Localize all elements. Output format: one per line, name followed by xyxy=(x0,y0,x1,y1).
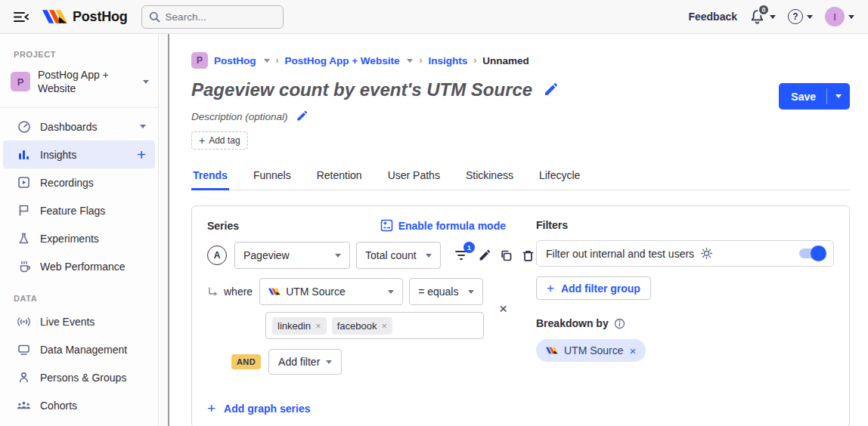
sidebar-item-recordings[interactable]: Recordings xyxy=(3,168,155,196)
and-operator-badge: AND xyxy=(231,354,261,369)
chevron-down-icon xyxy=(326,360,332,364)
event-select[interactable]: Pageview xyxy=(234,242,350,269)
tab-funnels[interactable]: Funnels xyxy=(252,166,293,190)
test-users-toggle[interactable] xyxy=(799,248,824,258)
posthog-mini-logo-icon xyxy=(268,288,281,295)
tab-trends[interactable]: Trends xyxy=(191,166,229,190)
rename-series-pencil-icon[interactable] xyxy=(476,247,492,264)
sidebar-item-web-performance[interactable]: Web Performance xyxy=(3,252,155,280)
tab-lifecycle[interactable]: Lifecycle xyxy=(538,166,581,190)
sidebar-item-dashboards[interactable]: Dashboards xyxy=(3,113,155,140)
edit-description-pencil-icon[interactable] xyxy=(296,110,308,122)
posthog-logo[interactable]: PostHog xyxy=(42,8,128,25)
person-icon xyxy=(17,371,31,384)
breadcrumb-current: Unnamed xyxy=(482,55,529,66)
help-menu[interactable]: ? xyxy=(788,9,813,24)
remove-breakdown-icon[interactable]: × xyxy=(630,345,637,357)
plus-icon: + xyxy=(207,401,215,415)
breadcrumb-separator: › xyxy=(473,55,476,66)
tab-stickiness[interactable]: Stickiness xyxy=(464,166,515,190)
gear-icon[interactable] xyxy=(700,247,713,260)
new-insight-plus-icon[interactable]: + xyxy=(137,147,146,162)
operator-select[interactable]: = equals xyxy=(409,278,483,305)
save-dropdown-button[interactable] xyxy=(827,83,850,110)
search-icon xyxy=(149,11,160,23)
value-chip-label: linkedin xyxy=(277,320,311,332)
sidebar-item-persons-groups[interactable]: Persons & Groups xyxy=(3,363,155,391)
value-chip-label: facebook xyxy=(337,320,377,332)
coffee-cup-icon xyxy=(17,260,31,273)
sidebar-item-label: Recordings xyxy=(40,177,146,189)
sidebar-item-label: Persons & Groups xyxy=(40,372,146,384)
remove-condition-close-icon[interactable]: × xyxy=(499,301,507,316)
chevron-down-icon xyxy=(140,125,146,128)
chevron-down-icon[interactable] xyxy=(407,59,413,63)
add-filter-dropdown-button[interactable]: Add filter xyxy=(268,349,342,375)
breadcrumb-insights-link[interactable]: Insights xyxy=(428,55,467,66)
chevron-down-icon[interactable] xyxy=(264,59,270,63)
insight-type-tabs: Trends Funnels Retention User Paths Stic… xyxy=(191,166,850,190)
sidebar-item-label: Web Performance xyxy=(40,261,146,273)
breadcrumb: P PostHog › PostHog App + Website › Insi… xyxy=(191,52,850,69)
edit-title-pencil-icon[interactable] xyxy=(543,82,558,97)
search-input[interactable] xyxy=(166,11,264,23)
add-graph-series-link[interactable]: + Add graph series xyxy=(207,401,536,415)
where-label: where xyxy=(224,286,253,298)
sidebar-item-live-events[interactable]: Live Events xyxy=(3,307,155,335)
breadcrumb-project-link[interactable]: PostHog App + Website xyxy=(285,55,400,66)
chevron-down-icon xyxy=(835,94,842,98)
tab-user-paths[interactable]: User Paths xyxy=(386,166,442,190)
hamburger-collapse-icon xyxy=(13,10,29,24)
formula-link-label: Enable formula mode xyxy=(398,220,506,232)
enable-formula-mode-link[interactable]: Enable formula mode xyxy=(380,219,506,232)
flask-icon xyxy=(17,232,31,245)
sidebar-gutter xyxy=(160,34,168,426)
breadcrumb-separator: › xyxy=(419,55,422,66)
breakdown-by-label: Breakdown by xyxy=(536,317,609,329)
sidebar-item-experiments[interactable]: Experiments xyxy=(3,224,155,252)
sidebar-item-label: Experiments xyxy=(40,233,146,245)
series-filter-button[interactable]: 1 xyxy=(453,247,470,264)
sidebar-divider xyxy=(0,107,158,108)
duplicate-series-copy-icon[interactable] xyxy=(498,247,514,264)
aggregation-select-value: Total count xyxy=(365,249,417,261)
main-content: P PostHog › PostHog App + Website › Insi… xyxy=(169,34,868,426)
sidebar-item-cohorts[interactable]: Cohorts xyxy=(3,391,155,419)
chevron-down-icon xyxy=(335,254,341,258)
remove-chip-icon[interactable]: × xyxy=(381,321,387,331)
add-filter-group-button[interactable]: + Add filter group xyxy=(536,276,651,300)
aggregation-select[interactable]: Total count xyxy=(356,242,441,269)
project-name: PostHog App + Website xyxy=(38,68,127,95)
breakdown-property-chip[interactable]: UTM Source × xyxy=(536,339,646,362)
posthog-logo-text: PostHog xyxy=(73,9,128,25)
remove-chip-icon[interactable]: × xyxy=(315,321,321,331)
project-selector[interactable]: P PostHog App + Website xyxy=(0,63,158,103)
live-events-icon xyxy=(17,316,31,328)
operator-select-value: = equals xyxy=(418,286,458,298)
sidebar-item-data-management[interactable]: Data Management xyxy=(3,335,155,363)
sidebar-item-annotations[interactable]: Annotations xyxy=(3,419,155,426)
sidebar-item-insights[interactable]: Insights + xyxy=(3,140,155,168)
sidebar-collapse-button[interactable] xyxy=(11,6,32,27)
property-values-input[interactable]: linkedin × facebook × xyxy=(265,312,484,339)
sidebar: PROJECT P PostHog App + Website Dashboar… xyxy=(0,34,159,426)
chevron-down-icon xyxy=(848,15,854,19)
top-navigation-bar: PostHog Feedback 0 ? xyxy=(0,0,868,34)
info-icon[interactable] xyxy=(614,318,625,329)
tab-retention[interactable]: Retention xyxy=(315,166,364,190)
add-tag-button[interactable]: + Add tag xyxy=(191,131,248,150)
value-chip: facebook × xyxy=(332,317,392,335)
sidebar-item-label: Dashboards xyxy=(40,121,131,133)
delete-series-trash-icon[interactable] xyxy=(519,247,536,264)
sidebar-item-feature-flags[interactable]: Feature Flags xyxy=(3,196,155,224)
breadcrumb-org-link[interactable]: PostHog xyxy=(214,55,256,66)
save-button[interactable]: Save xyxy=(779,83,826,110)
feedback-link[interactable]: Feedback xyxy=(688,11,737,23)
posthog-mini-logo-icon xyxy=(546,347,558,354)
user-menu[interactable]: I xyxy=(825,7,854,26)
chevron-down-icon xyxy=(770,15,776,19)
global-search-box[interactable] xyxy=(141,5,284,29)
breadcrumb-org-avatar: P xyxy=(191,52,208,69)
property-select[interactable]: UTM Source xyxy=(259,278,403,305)
notifications-menu[interactable]: 0 xyxy=(749,8,776,25)
